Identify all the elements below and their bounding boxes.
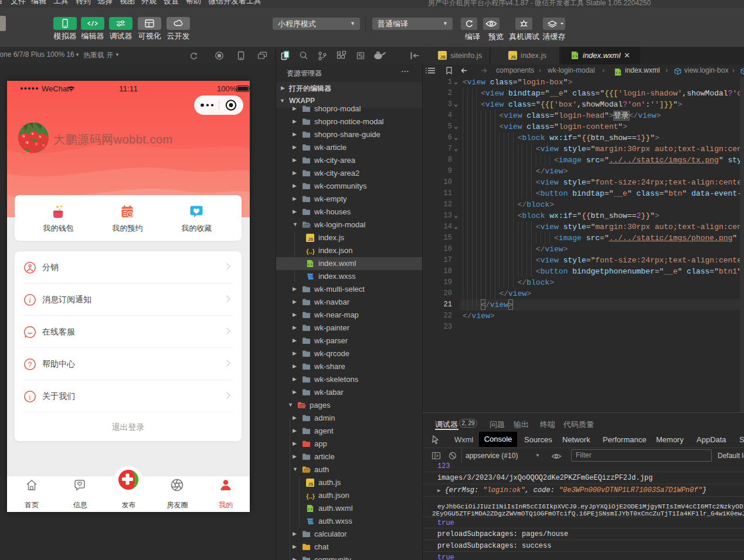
svg-text:JS: JS <box>308 237 314 241</box>
svg-text:11:11: 11:11 <box>119 84 138 93</box>
svg-text:i: i <box>29 296 30 305</box>
svg-text:JS: JS <box>440 54 446 60</box>
svg-text:{..}: {..} <box>306 493 315 500</box>
svg-text:JS: JS <box>308 482 314 486</box>
svg-text:{..}: {..} <box>306 248 315 255</box>
svg-text:JS: JS <box>511 54 516 60</box>
svg-text:100%: 100% <box>217 84 237 93</box>
svg-text:i: i <box>29 393 31 401</box>
svg-text:WeChat: WeChat <box>42 84 69 93</box>
svg-text:?: ? <box>28 361 32 369</box>
